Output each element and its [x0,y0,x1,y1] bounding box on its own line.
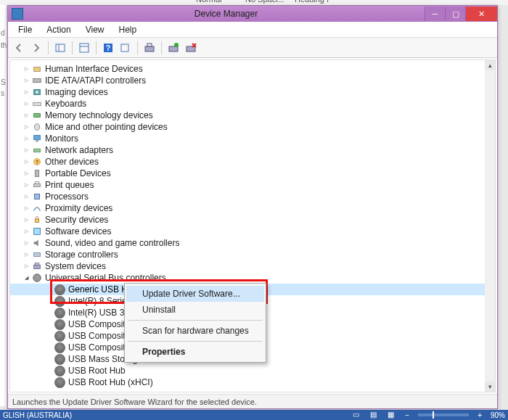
export-button[interactable] [118,40,134,56]
maximize-button[interactable]: ▢ [445,7,465,21]
tree-category[interactable]: Monitors [10,133,485,144]
tree-usb-device[interactable]: USB Root Hub (xHCI) [10,376,485,388]
tree-area: Human Interface DevicesIDE ATA/ATAPI con… [9,59,496,392]
scan-hardware-button[interactable] [142,40,157,56]
zoom-slider[interactable] [418,413,469,416]
uninstall-device-button[interactable] [183,40,199,56]
tree-node-label: Security devices [45,214,108,226]
tree-node-label: Processors [45,191,89,202]
ctx-properties[interactable]: Properties [126,344,264,360]
expander-icon[interactable] [22,192,30,201]
svg-rect-32 [35,263,38,265]
expander-icon[interactable] [22,88,30,96]
tree-category[interactable]: Network adapters [10,144,485,156]
svg-rect-12 [33,67,40,71]
usb-icon [31,273,42,284]
menu-view[interactable]: View [78,22,112,37]
tree-category[interactable]: Proximity devices [10,202,485,214]
tree-category[interactable]: Human Interface Devices [10,63,485,75]
expander-icon[interactable] [22,273,30,282]
expander-icon[interactable] [22,123,30,131]
tree-category[interactable]: Print queues [10,179,485,191]
zoom-in-button[interactable]: + [478,411,482,419]
zoom-level[interactable]: 90% [491,411,505,419]
language-indicator[interactable]: GLISH (AUSTRALIA) [3,411,353,419]
menu-help[interactable]: Help [112,22,144,37]
window-title: Device Manager [28,9,425,19]
back-button[interactable] [11,40,27,56]
menu-action[interactable]: Action [39,22,78,37]
usb-device-icon [54,377,65,388]
scroll-down-button[interactable]: ▾ [485,382,495,392]
web-layout-icon[interactable]: ▦ [388,411,396,419]
usb-device-icon [54,354,65,365]
expander-icon[interactable] [22,134,30,143]
tree-category[interactable]: Storage controllers [10,249,485,260]
help-button[interactable]: ? [100,40,116,56]
read-mode-icon[interactable]: ▭ [353,411,361,419]
expander-icon[interactable] [22,262,30,271]
device-manager-window: Device Manager ─ ▢ ✕ File Action View He… [7,5,498,409]
expander-icon[interactable] [22,250,30,259]
expander-icon[interactable] [22,215,30,224]
expander-icon[interactable] [22,169,30,178]
svg-rect-19 [33,136,40,140]
titlebar[interactable]: Device Manager ─ ▢ ✕ [8,6,497,22]
minimize-button[interactable]: ─ [425,7,445,21]
tree-category[interactable]: Imaging devices [10,86,485,98]
tree-category[interactable]: Sound, video and game controllers [10,237,485,249]
tree-usb-device[interactable]: USB Root Hub [10,365,485,376]
svg-rect-20 [36,141,38,142]
tree-category[interactable]: Mice and other pointing devices [10,121,485,133]
tree-category[interactable]: Memory technology devices [10,110,485,121]
expander-icon[interactable] [22,65,30,73]
expander-icon[interactable] [45,332,54,340]
expander-icon[interactable] [22,227,30,236]
expander-icon[interactable] [22,99,30,108]
expander-icon[interactable] [22,181,30,189]
expander-icon[interactable] [45,285,54,294]
ctx-scan[interactable]: Scan for hardware changes [126,323,264,339]
expander-icon[interactable] [45,308,54,317]
expander-icon[interactable] [22,111,30,120]
imaging-icon [31,87,42,98]
show-hide-tree-button[interactable] [52,40,68,56]
tree-category[interactable]: Software devices [10,226,485,237]
tree-node-label: IDE ATA/ATAPI controllers [45,75,146,86]
expander-icon[interactable] [45,355,54,363]
expander-icon[interactable] [45,378,54,387]
expander-icon[interactable] [22,239,30,247]
tree-node-label: Software devices [45,226,111,237]
tree-category-usb[interactable]: Universal Serial Bus controllers [10,272,485,284]
expander-icon[interactable] [22,157,30,166]
tree-category[interactable]: System devices [10,260,485,272]
expander-icon[interactable] [22,204,30,213]
tree-category[interactable]: Security devices [10,214,485,226]
tree-category[interactable]: IDE ATA/ATAPI controllers [10,75,485,86]
expander-icon[interactable] [45,343,54,352]
tree-category[interactable]: Keyboards [10,98,485,110]
expander-icon[interactable] [45,366,54,375]
forward-button[interactable] [28,40,44,56]
tree-category[interactable]: Processors [10,191,485,202]
ctx-update-driver[interactable]: Update Driver Software... [126,286,264,302]
print-layout-icon[interactable]: ▤ [370,411,379,419]
expander-icon[interactable] [45,320,54,329]
expander-icon[interactable] [22,76,30,85]
update-driver-button[interactable] [165,40,181,56]
zoom-out-button[interactable]: − [405,411,409,419]
menu-file[interactable]: File [11,22,39,37]
menubar: File Action View Help [8,22,497,38]
properties-button[interactable] [76,40,92,56]
tree-node-label: Human Interface Devices [45,63,143,75]
ctx-uninstall[interactable]: Uninstall [126,302,264,318]
svg-rect-27 [34,194,39,199]
close-button[interactable]: ✕ [465,7,497,21]
vertical-scrollbar[interactable]: ▴ ▾ [485,60,495,392]
word-statusbar-fragment: GLISH (AUSTRALIA) ▭ ▤ ▦ − + 90% [0,410,508,420]
expander-icon[interactable] [45,297,54,305]
tree-category[interactable]: Portable Devices [10,168,485,179]
expander-icon[interactable] [22,146,30,155]
scroll-up-button[interactable]: ▴ [485,60,495,70]
tree-category[interactable]: ?Other devices [10,156,485,168]
